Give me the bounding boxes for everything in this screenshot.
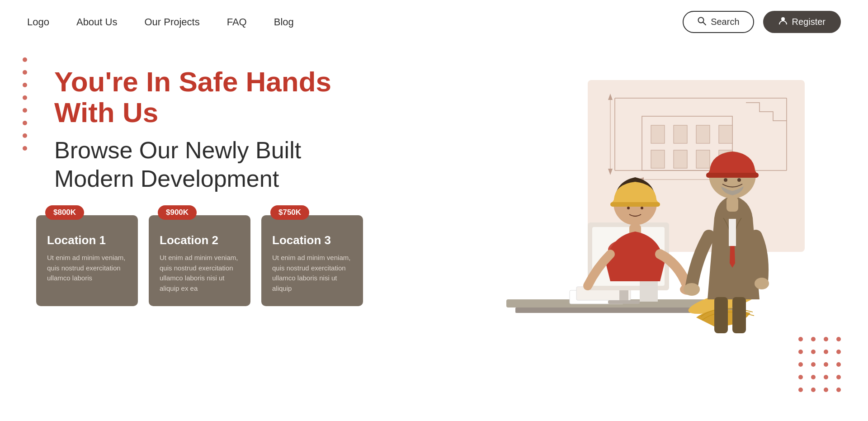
register-button[interactable]: Register: [763, 11, 841, 33]
svg-rect-50: [714, 297, 728, 333]
svg-point-48: [684, 283, 700, 296]
card-title-1: Location 1: [47, 233, 127, 247]
hero-right: [398, 53, 841, 397]
nav-link-faq[interactable]: FAQ: [227, 16, 247, 28]
svg-line-1: [703, 22, 706, 25]
dots-right: [798, 337, 841, 392]
svg-rect-31: [640, 281, 658, 302]
svg-point-2: [781, 17, 785, 21]
price-badge-2: $900K: [158, 205, 197, 220]
nav-actions: Search Register: [683, 11, 841, 33]
hero-subtitle: Browse Our Newly Built Modern Developmen…: [54, 136, 398, 193]
svg-point-49: [755, 278, 769, 289]
svg-point-38: [641, 207, 643, 209]
svg-rect-51: [732, 297, 746, 333]
card-text-3: Ut enim ad minim veniam, quis nostrud ex…: [272, 253, 352, 293]
location-card-1[interactable]: $800K Location 1 Ut enim ad minim veniam…: [36, 215, 138, 306]
svg-point-46: [737, 178, 741, 182]
svg-rect-42: [729, 219, 736, 246]
search-icon: [697, 16, 706, 28]
nav-link-blog[interactable]: Blog: [274, 16, 294, 28]
svg-rect-30: [608, 300, 640, 304]
hero-title: You're In Safe Hands With Us: [54, 66, 398, 128]
svg-point-37: [627, 207, 630, 209]
card-title-3: Location 3: [272, 233, 352, 247]
price-badge-3: $750K: [270, 205, 309, 220]
location-card-3[interactable]: $750K Location 3 Ut enim ad minim veniam…: [261, 215, 363, 306]
navbar: Logo About Us Our Projects FAQ Blog Sear…: [0, 0, 868, 44]
svg-rect-36: [610, 202, 660, 207]
person-icon: [778, 16, 788, 28]
search-button[interactable]: Search: [683, 11, 754, 33]
location-card-2[interactable]: $900K Location 2 Ut enim ad minim veniam…: [149, 215, 250, 306]
svg-point-45: [724, 178, 727, 182]
price-badge-1: $800K: [45, 205, 84, 220]
logo: Logo: [27, 16, 49, 28]
hero-section: You're In Safe Hands With Us Browse Our …: [0, 44, 868, 415]
nav-link-projects[interactable]: Our Projects: [144, 16, 199, 28]
nav-link-about[interactable]: About Us: [76, 16, 118, 28]
search-label: Search: [711, 17, 739, 27]
hero-left: You're In Safe Hands With Us Browse Our …: [27, 53, 398, 397]
card-title-2: Location 2: [160, 233, 240, 247]
hero-illustration: [461, 91, 778, 385]
location-cards: $800K Location 1 Ut enim ad minim veniam…: [36, 215, 398, 306]
register-label: Register: [792, 17, 826, 27]
dots-left: [23, 57, 27, 151]
svg-rect-47: [726, 197, 738, 212]
card-text-1: Ut enim ad minim veniam, quis nostrud ex…: [47, 253, 127, 284]
svg-rect-44: [706, 173, 759, 178]
svg-rect-29: [619, 290, 628, 302]
card-text-2: Ut enim ad minim veniam, quis nostrud ex…: [160, 253, 240, 293]
nav-links: About Us Our Projects FAQ Blog: [76, 16, 683, 28]
